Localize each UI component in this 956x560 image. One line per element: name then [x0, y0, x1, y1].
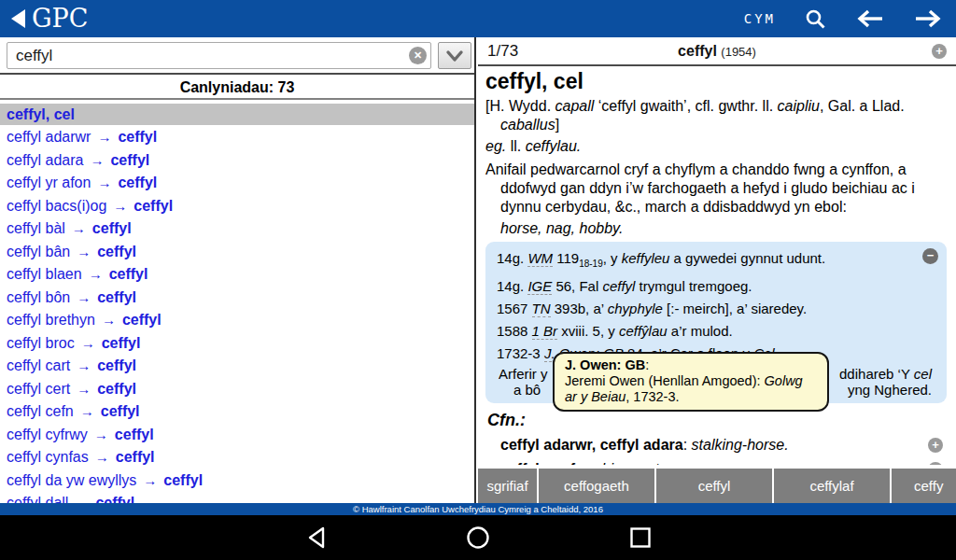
list-item-text: ceffyl yr afon — [7, 175, 91, 190]
nearby-entries-tab-bar: sgrifiaf ceffogaeth ceffyl ceffylaf ceff… — [478, 467, 956, 503]
part-of-speech-line: eg. ll. ceffylau. — [485, 137, 947, 156]
arrow-glyph: → — [89, 266, 103, 282]
arrow-glyph: → — [77, 244, 91, 259]
list-item-text: ceffyl blaen — [7, 266, 82, 282]
prev-entry-arrow-icon[interactable] — [855, 8, 885, 29]
list-item-target: ceffyl — [110, 152, 149, 168]
arrow-glyph: → — [102, 312, 116, 328]
crossref-row[interactable]: ceffyl yr afon: hippopotamus. + — [485, 460, 947, 465]
search-row: ✕ — [0, 37, 474, 75]
list-item[interactable]: ceffyl blaen→ceffyl — [0, 263, 474, 287]
arrow-glyph: → — [97, 129, 111, 145]
citation-line[interactable]: 14g. WM 11918-19, y keffyleu a gywedei g… — [497, 247, 934, 275]
citation-line[interactable]: 1588 1 Br xviii. 5, y ceffŷlau a’r mulod… — [497, 320, 934, 343]
list-item-target: ceffyl — [95, 495, 134, 503]
list-item[interactable]: ceffyl cefn→ceffyl — [0, 400, 474, 424]
arrow-glyph: → — [77, 357, 91, 373]
citation-line[interactable]: 14g. IGE 56, Fal ceffyl trymgul tremgoeg… — [497, 275, 934, 298]
arrow-glyph: → — [80, 403, 94, 419]
list-item[interactable]: ceffyl adara→ceffyl — [0, 149, 474, 173]
list-item[interactable]: ceffyl bacs(i)og→ceffyl — [0, 195, 474, 218]
list-item[interactable]: ceffyl adarwr→ceffyl — [0, 126, 474, 149]
collapse-citations-icon[interactable]: − — [922, 248, 938, 264]
nearby-entry-tab[interactable]: ceffy — [892, 469, 956, 503]
list-item[interactable]: ceffyl cyfrwy→ceffyl — [0, 424, 474, 447]
list-item[interactable]: ceffyl yr afon→ceffyl — [0, 172, 474, 195]
list-item[interactable]: ceffyl broc→ceffyl — [0, 332, 474, 356]
arrow-glyph: → — [143, 472, 157, 488]
list-item[interactable]: ceffyl cynfas→ceffyl — [0, 446, 474, 469]
list-item-selected[interactable]: ceffyl, cel — [0, 104, 474, 125]
app-screen: GPC CYM — [0, 0, 956, 560]
expand-entry-icon[interactable]: + — [932, 44, 947, 59]
list-item[interactable]: ceffyl cart→ceffyl — [0, 355, 474, 378]
list-item-text: ceffyl cynfas — [7, 449, 89, 465]
list-item-target: ceffyl — [97, 357, 136, 373]
citation-line[interactable]: 1567 TN 393b, a’ chyphyle [:- meirch], a… — [497, 298, 934, 320]
list-item-target: ceffyl — [97, 289, 136, 305]
list-item[interactable]: ceffyl bân→ceffyl — [0, 241, 474, 264]
tooltip-title: J. Owen: GB: — [565, 357, 817, 373]
crossref-gloss: hippopotamus. — [601, 461, 699, 465]
search-results-panel: ✕ Canlyniadau: 73 ceffyl, cel ceffyl ada… — [0, 37, 476, 503]
list-item-text: ceffyl dall — [7, 495, 68, 503]
arrow-glyph: → — [72, 220, 86, 236]
arrow-glyph: → — [77, 381, 91, 397]
arrow-glyph: → — [81, 335, 95, 351]
arrow-glyph: → — [94, 427, 108, 442]
app-bar-actions: CYM — [744, 7, 956, 31]
list-item[interactable]: ceffyl bôn→ceffyl — [0, 287, 474, 310]
entry-title: ceffyl (1954) — [534, 43, 900, 60]
list-item[interactable]: ceffyl da yw ewyllys→ceffyl — [0, 469, 474, 493]
nav-home-icon[interactable] — [466, 525, 490, 553]
crossref-separator: : — [683, 437, 692, 453]
tooltip-body: Jeremi Owen (Henllan Amgoed): Golwg ar y… — [565, 373, 803, 404]
list-item-target: ceffyl — [92, 220, 132, 236]
nearby-entry-tab[interactable]: ceffyl — [656, 469, 772, 503]
list-item-target: ceffyl — [118, 175, 157, 190]
list-item-target: ceffyl — [102, 335, 141, 351]
compare-label: Cfn.: — [487, 411, 947, 430]
headword: ceffyl, cel — [485, 69, 947, 93]
next-entry-arrow-icon[interactable] — [913, 8, 943, 29]
list-item-text: ceffyl cefn — [7, 403, 74, 419]
list-item-target: ceffyl — [116, 449, 155, 465]
android-nav-bar — [0, 515, 956, 560]
english-gloss: horse, nag, hobby. — [485, 219, 947, 238]
triangle-left-icon — [11, 9, 25, 28]
definition-text: Anifail pedwarcarnol cryf a chyflym a ch… — [485, 161, 947, 217]
search-options-dropdown[interactable] — [438, 42, 471, 69]
list-item[interactable]: ceffyl dall→ceffyl — [0, 492, 474, 503]
list-item-text: ceffyl bacs(i)og — [7, 198, 106, 214]
list-item-text: ceffyl da yw ewyllys — [7, 472, 136, 488]
nearby-entry-tab[interactable]: ceffogaeth — [539, 469, 654, 503]
list-item[interactable]: ceffyl bàl→ceffyl — [0, 217, 474, 241]
arrow-glyph: → — [90, 152, 104, 168]
nav-recents-icon[interactable] — [628, 525, 653, 553]
chevron-down-icon — [445, 49, 464, 63]
nearby-entry-tab[interactable]: sgrifiaf — [478, 469, 537, 503]
list-item-target: ceffyl — [101, 403, 140, 419]
clear-search-icon[interactable]: ✕ — [409, 47, 427, 64]
list-item-text: ceffyl adara — [7, 152, 83, 168]
list-item[interactable]: ceffyl brethyn→ceffyl — [0, 309, 474, 332]
expand-crossref-icon[interactable]: + — [928, 462, 943, 465]
results-count-header: Canlyniadau: 73 — [0, 75, 474, 100]
occluded-text-fragment: ddihareb ‘Y cel — [839, 367, 932, 382]
etymology-line: [H. Wydd. capall ‘ceffyl gwaith’, cfl. g… — [485, 97, 947, 134]
language-toggle[interactable]: CYM — [744, 11, 776, 26]
arrow-glyph: → — [77, 289, 91, 305]
search-icon[interactable] — [804, 7, 827, 31]
app-logo-back-button[interactable]: GPC — [0, 0, 88, 37]
nearby-entry-tab[interactable]: ceffylaf — [774, 469, 890, 503]
expand-crossref-icon[interactable]: + — [928, 438, 943, 453]
search-input[interactable] — [7, 42, 431, 69]
nav-back-icon[interactable] — [306, 525, 330, 553]
occluded-text-fragment: Arferir y — [499, 367, 548, 382]
list-item-text: ceffyl brethyn — [7, 312, 95, 328]
list-item[interactable]: ceffyl cert→ceffyl — [0, 378, 474, 401]
list-item-text: ceffyl bân — [7, 244, 70, 259]
entry-title-year: (1954) — [721, 45, 756, 59]
list-item-target: ceffyl — [122, 312, 162, 328]
crossref-row[interactable]: ceffyl adarwr, ceffyl adara: stalking-ho… — [485, 436, 947, 455]
